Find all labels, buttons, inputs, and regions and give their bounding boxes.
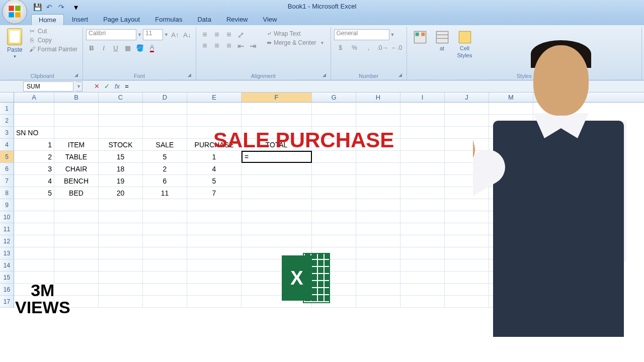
alignment-launcher[interactable]: ◢ (323, 72, 329, 78)
cell-B7[interactable]: BENCH (54, 175, 99, 187)
cell-H13[interactable] (356, 247, 400, 259)
cell-D7[interactable]: 6 (143, 175, 187, 187)
cell-D3[interactable] (143, 127, 187, 139)
col-header-I[interactable]: I (400, 93, 445, 102)
tab-review[interactable]: Review (219, 14, 255, 25)
cell-C4[interactable]: STOCK (99, 139, 143, 151)
tab-view[interactable]: View (256, 14, 284, 25)
wrap-text-button[interactable]: ⤶Wrap Text (264, 29, 328, 38)
cell-I7[interactable] (400, 175, 445, 187)
cell-styles-button[interactable]: Cell Styles (454, 29, 475, 71)
cell-F8[interactable] (242, 187, 312, 199)
cell-F11[interactable] (242, 223, 312, 235)
row-header-7[interactable]: 7 (0, 175, 14, 187)
cell-E8[interactable]: 7 (187, 187, 242, 199)
cell-C7[interactable]: 19 (99, 175, 143, 187)
tab-home[interactable]: Home (31, 14, 64, 25)
row-header-1[interactable]: 1 (0, 103, 14, 115)
cell-E9[interactable] (187, 199, 242, 211)
tab-page-layout[interactable]: Page Layout (96, 14, 147, 25)
cell-D16[interactable] (143, 284, 187, 296)
row-header-2[interactable]: 2 (0, 115, 14, 127)
cell-F12[interactable] (242, 235, 312, 247)
col-header-G[interactable]: G (312, 93, 356, 102)
font-launcher[interactable]: ◢ (188, 72, 194, 78)
font-color-button[interactable]: A (146, 42, 157, 53)
cell-H14[interactable] (356, 259, 400, 272)
cell-B8[interactable]: BED (54, 187, 99, 199)
fx-button[interactable]: fx (115, 82, 120, 90)
tab-insert[interactable]: Insert (65, 14, 96, 25)
cell-E1[interactable] (187, 103, 242, 115)
format-table-button[interactable]: at (432, 29, 452, 71)
select-all-corner[interactable] (0, 93, 14, 102)
cell-I2[interactable] (400, 115, 445, 127)
cell-B1[interactable] (54, 103, 99, 115)
cell-I4[interactable] (400, 139, 445, 151)
currency-button[interactable]: $ (334, 42, 347, 53)
col-header-B[interactable]: B (54, 93, 99, 102)
cell-E2[interactable] (187, 115, 242, 127)
cell-D10[interactable] (143, 211, 187, 223)
cell-E12[interactable] (187, 235, 242, 247)
row-header-4[interactable]: 4 (0, 139, 14, 151)
cell-G7[interactable] (312, 175, 356, 187)
cell-B10[interactable] (54, 211, 99, 223)
cell-D12[interactable] (143, 235, 187, 247)
formula-enter-button[interactable]: ✓ (102, 81, 112, 92)
cell-I13[interactable] (400, 247, 445, 259)
col-header-D[interactable]: D (143, 93, 187, 102)
increase-indent-button[interactable]: ⇥ (248, 40, 259, 51)
cell-A4[interactable]: 1 (14, 139, 54, 151)
cell-D9[interactable] (143, 199, 187, 211)
cell-D5[interactable]: 5 (143, 151, 187, 163)
cell-A9[interactable] (14, 199, 54, 211)
align-middle-button[interactable]: ≡ (211, 29, 222, 40)
cell-C5[interactable]: 15 (99, 151, 143, 163)
cell-C8[interactable]: 20 (99, 187, 143, 199)
row-header-14[interactable]: 14 (0, 259, 14, 272)
cell-I11[interactable] (400, 223, 445, 235)
cell-D15[interactable] (143, 272, 187, 284)
cell-H5[interactable] (356, 151, 400, 163)
cell-E10[interactable] (187, 211, 242, 223)
comma-button[interactable]: , (362, 42, 375, 53)
cell-A3[interactable]: SN NO (14, 127, 54, 139)
cell-B4[interactable]: ITEM (54, 139, 99, 151)
active-cell[interactable]: = (242, 151, 312, 163)
cell-A2[interactable] (14, 115, 54, 127)
shrink-font-button[interactable]: A↓ (182, 29, 193, 40)
row-header-11[interactable]: 11 (0, 223, 14, 235)
cell-I15[interactable] (400, 272, 445, 284)
cell-A8[interactable]: 5 (14, 187, 54, 199)
col-header-H[interactable]: H (356, 93, 400, 102)
cell-D1[interactable] (143, 103, 187, 115)
cell-D8[interactable]: 11 (143, 187, 187, 199)
conditional-formatting-button[interactable] (410, 29, 430, 71)
format-painter-button[interactable]: 🖌Format Painter (27, 45, 79, 53)
cell-C1[interactable] (99, 103, 143, 115)
cell-C10[interactable] (99, 211, 143, 223)
cell-E13[interactable] (187, 247, 242, 259)
cell-C3[interactable] (99, 127, 143, 139)
decrease-indent-button[interactable]: ⇤ (235, 40, 247, 51)
cell-H11[interactable] (356, 223, 400, 235)
cell-A1[interactable] (14, 103, 54, 115)
font-name-select[interactable]: Calibri (86, 29, 136, 40)
cell-C2[interactable] (99, 115, 143, 127)
cell-F9[interactable] (242, 199, 312, 211)
cell-I9[interactable] (400, 199, 445, 211)
cell-C11[interactable] (99, 223, 143, 235)
row-header-12[interactable]: 12 (0, 235, 14, 247)
redo-button[interactable]: ↷ (56, 2, 66, 12)
font-size-select[interactable]: 11 (143, 29, 163, 40)
cell-D13[interactable] (143, 247, 187, 259)
cell-D2[interactable] (143, 115, 187, 127)
align-bottom-button[interactable]: ≡ (223, 29, 234, 40)
cell-I8[interactable] (400, 187, 445, 199)
cell-E16[interactable] (187, 284, 242, 296)
row-header-17[interactable]: 17 (0, 296, 14, 308)
percent-button[interactable]: % (348, 42, 361, 53)
cell-B13[interactable] (54, 247, 99, 259)
cell-C15[interactable] (99, 272, 143, 284)
